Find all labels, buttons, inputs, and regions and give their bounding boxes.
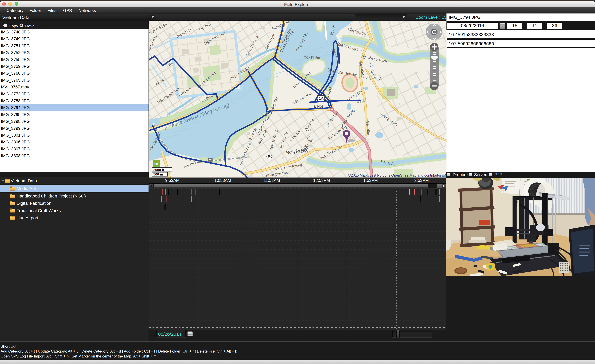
svg-text:Tòa Khâm: Tòa Khâm [304, 55, 320, 59]
svg-text:1A: 1A [319, 96, 323, 100]
svg-text:Hà Nội: Hà Nội [311, 104, 323, 109]
svg-text:©2015 MapQuest Portions Open: ©2015 MapQuest Portions OpenStreetMap an… [348, 173, 447, 177]
svg-text:m: m [154, 161, 158, 166]
svg-text:500 m: 500 m [153, 172, 163, 176]
svg-text:Tố Hữu: Tố Hữu [355, 100, 367, 104]
svg-text:Terms: Terms [437, 173, 447, 177]
svg-text:2000 ft: 2000 ft [153, 168, 164, 172]
